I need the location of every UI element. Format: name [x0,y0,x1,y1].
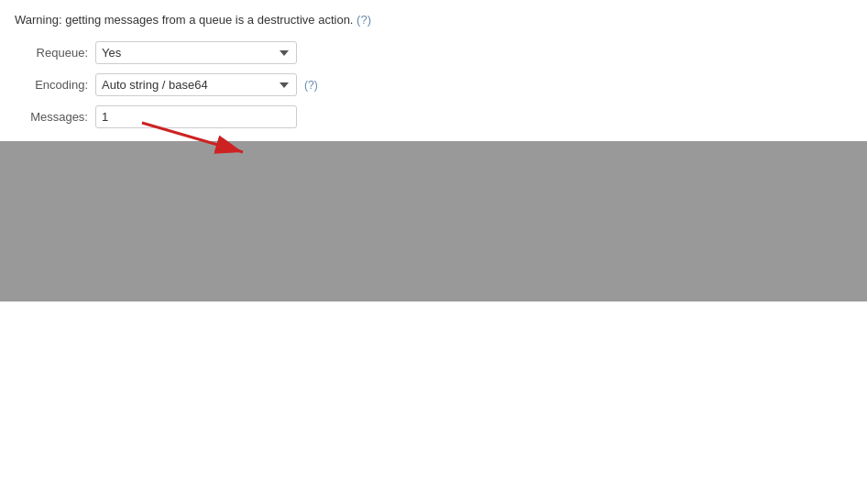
encoding-label: Encoding: [15,78,88,92]
red-arrow [133,114,298,169]
gray-overlay [0,141,867,301]
requeue-row: Requeue: Yes No [15,41,852,64]
messages-label: Messages: [15,110,88,124]
requeue-label: Requeue: [15,46,88,60]
encoding-select[interactable]: Auto string / base64 base64 [95,73,297,96]
requeue-select[interactable]: Yes No [95,41,297,64]
main-container: Warning: getting messages from a queue i… [0,0,867,301]
svg-line-1 [142,123,243,152]
encoding-help-link[interactable]: (?) [304,79,318,92]
warning-help-link[interactable]: (?) [357,13,371,27]
encoding-row: Encoding: Auto string / base64 base64 (?… [15,73,852,96]
warning-message: Warning: getting messages from a queue i… [15,13,852,27]
warning-text: Warning: getting messages from a queue i… [15,13,353,27]
